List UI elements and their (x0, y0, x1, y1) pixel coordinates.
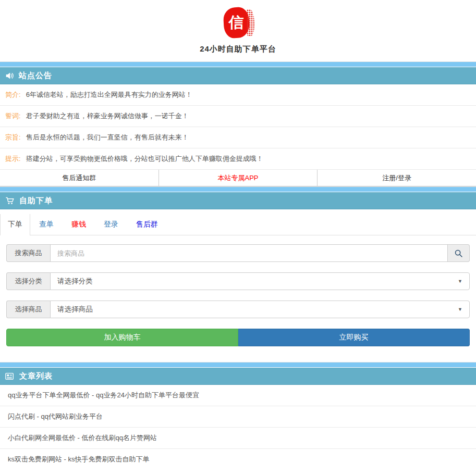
action-buttons: 加入购物车 立即购买 (6, 329, 470, 346)
site-app-link[interactable]: 本站专属APP (158, 170, 318, 186)
add-to-cart-button[interactable]: 加入购物车 (6, 329, 238, 346)
chevron-down-icon: ▼ (458, 307, 462, 312)
chevron-down-icon: ▼ (458, 279, 462, 284)
announcement-header-title: 站点公告 (19, 71, 52, 81)
article-link[interactable]: qq业务平台下单全网最低价 - qq业务24小时自助下单平台最便宜 (0, 385, 476, 406)
order-form: 搜索商品 选择分类 请选择分类 ▼ 选择商品 请选择商品 ▼ (0, 244, 476, 362)
search-icon (454, 249, 463, 258)
search-group: 搜索商品 (6, 244, 470, 262)
speaker-icon (5, 71, 14, 80)
announcement-text: 售后是永恒的话题，我们一直坚信，有售后就有未来！ (26, 133, 189, 142)
tab-login[interactable]: 登录 (95, 214, 127, 235)
announcement-row: 简介: 6年诚信老站，励志打造出全网最具有实力的业务网站！ (0, 84, 476, 106)
newspaper-icon (5, 372, 15, 380)
site-header: 信 24小时自助下单平台 (0, 0, 476, 61)
cart-icon (5, 196, 15, 205)
announcement-header-bar: 站点公告 (0, 67, 476, 84)
tab-aftersale-group[interactable]: 售后群 (127, 214, 167, 235)
announcement-label: 誓词: (5, 111, 21, 121)
search-label: 搜索商品 (6, 244, 50, 262)
announcement-text: 搭建分站，可享受购物更低价格哦，分站也可以推广他人下单赚取佣金提成哦！ (26, 154, 263, 164)
articles-header-bar: 文章列表 (0, 368, 476, 385)
category-select-value: 请选择分类 (57, 277, 93, 286)
tab-check-order[interactable]: 查单 (30, 214, 63, 235)
articles-header-title: 文章列表 (19, 371, 53, 381)
order-section: 自助下单 下单 查单 赚钱 登录 售后群 搜索商品 选择分类 请选择分类 ▼ (0, 186, 476, 362)
announcement-label: 简介: (5, 90, 21, 99)
aftersale-group-link[interactable]: 售后通知群 (0, 170, 158, 186)
category-select[interactable]: 请选择分类 ▼ (50, 272, 470, 290)
announcement-section: 站点公告 简介: 6年诚信老站，励志打造出全网最具有实力的业务网站！ 誓词: 君… (0, 61, 476, 186)
product-select[interactable]: 请选择商品 ▼ (50, 301, 470, 318)
section-top-strip (0, 362, 476, 368)
announcement-text: 6年诚信老站，励志打造出全网最具有实力的业务网站！ (26, 90, 192, 99)
buy-now-button[interactable]: 立即购买 (238, 329, 470, 346)
announcement-row: 宗旨: 售后是永恒的话题，我们一直坚信，有售后就有未来！ (0, 127, 476, 148)
tab-place-order[interactable]: 下单 (0, 214, 30, 235)
product-group: 选择商品 请选择商品 ▼ (6, 301, 470, 318)
search-button[interactable] (448, 244, 470, 262)
order-tabs: 下单 查单 赚钱 登录 售后群 (0, 214, 476, 235)
article-link[interactable]: 闪点代刷 - qq代网站刷业务平台 (0, 406, 476, 428)
section-top-strip (0, 61, 476, 67)
register-login-link[interactable]: 注册/登录 (317, 170, 476, 186)
product-select-value: 请选择商品 (57, 305, 93, 314)
tab-earn-money[interactable]: 赚钱 (63, 214, 95, 235)
order-header-title: 自助下单 (19, 196, 53, 206)
category-group: 选择分类 请选择分类 ▼ (6, 272, 470, 290)
section-top-strip (0, 186, 476, 192)
category-label: 选择分类 (6, 272, 50, 290)
article-link[interactable]: ks双击免费刷网站 - ks快手免费刷双击自助下单 (0, 449, 476, 463)
articles-section: 文章列表 qq业务平台下单全网最低价 - qq业务24小时自助下单平台最便宜 闪… (0, 362, 476, 463)
quick-links-row: 售后通知群 本站专属APP 注册/登录 (0, 170, 476, 186)
product-label: 选择商品 (6, 301, 50, 318)
announcement-text: 君子爱财助之有道，梓豪业务网诚信做事，一诺千金！ (26, 111, 189, 121)
site-logo: 信 (220, 7, 257, 40)
article-link[interactable]: 小白代刷网全网最低价 - 低价在线刷qq名片赞网站 (0, 428, 476, 449)
order-header-bar: 自助下单 (0, 192, 476, 209)
logo-character: 信 (224, 7, 249, 38)
site-title: 24小时自助下单平台 (0, 44, 476, 54)
announcement-row: 提示: 搭建分站，可享受购物更低价格哦，分站也可以推广他人下单赚取佣金提成哦！ (0, 148, 476, 170)
announcement-label: 宗旨: (5, 133, 21, 142)
announcement-label: 提示: (5, 154, 21, 164)
search-input[interactable] (50, 244, 448, 262)
announcement-row: 誓词: 君子爱财助之有道，梓豪业务网诚信做事，一诺千金！ (0, 106, 476, 127)
